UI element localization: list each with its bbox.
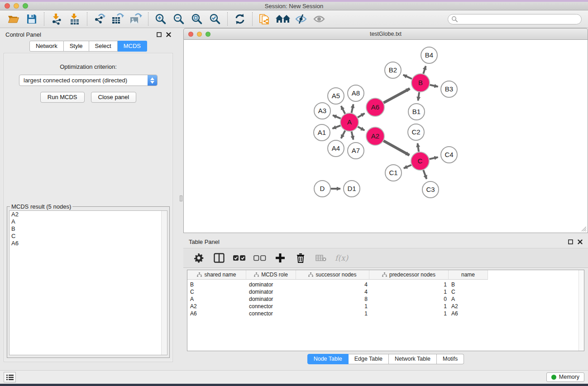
table-scrollbar[interactable] (578, 270, 584, 351)
table-cell[interactable]: dominator (246, 281, 296, 288)
list-item[interactable]: B (10, 225, 167, 233)
table-cell[interactable]: 0 (369, 295, 449, 303)
graph-node-A6[interactable]: A6 (366, 98, 384, 116)
close-panel-icon[interactable] (166, 32, 171, 37)
table-cell[interactable]: 8 (296, 295, 369, 303)
network-window-titlebar[interactable]: testGlobe.txt (183, 28, 588, 40)
graph-node-B2[interactable]: B2 (385, 62, 401, 78)
export-table-button[interactable] (109, 12, 127, 26)
table-cell[interactable]: A6 (187, 310, 246, 317)
graph-edge-A-A5[interactable] (341, 106, 345, 114)
float-panel-icon[interactable] (157, 32, 162, 37)
table-cell[interactable]: 1 (369, 281, 449, 288)
float-panel-icon[interactable] (568, 239, 573, 244)
table-cell[interactable]: connector (246, 303, 296, 310)
graph-edge-A2-C[interactable] (383, 141, 409, 155)
save-session-button[interactable] (23, 12, 41, 26)
graph-node-A1[interactable]: A1 (314, 124, 330, 141)
graph-edge-B-B2[interactable] (403, 75, 412, 79)
result-list-scrollbar[interactable] (161, 211, 167, 355)
search-input[interactable] (458, 15, 581, 24)
graph-node-C1[interactable]: C1 (385, 165, 402, 181)
graph-edge-A-A8[interactable] (351, 104, 353, 113)
column-header-name[interactable]: name (449, 270, 488, 280)
export-network-button[interactable] (91, 12, 109, 26)
tab-network[interactable]: Network (29, 41, 64, 52)
graph-node-C3[interactable]: C3 (422, 181, 439, 198)
graph-node-A3[interactable]: A3 (314, 103, 330, 119)
table-cell[interactable]: 1 (296, 310, 369, 317)
table-cell[interactable]: connector (246, 310, 296, 317)
export-image-button[interactable] (127, 12, 145, 26)
close-panel-icon[interactable] (578, 239, 583, 244)
import-table-button[interactable] (66, 12, 84, 26)
table-row[interactable]: A6connector11A6 (187, 310, 584, 317)
list-item[interactable]: A (10, 218, 167, 225)
graph-node-A8[interactable]: A8 (348, 85, 364, 101)
open-session-button[interactable] (5, 12, 23, 26)
table-row[interactable]: Cdominator41C (187, 288, 584, 295)
tab-network-table[interactable]: Network Table (389, 354, 437, 364)
tab-style[interactable]: Style (64, 41, 89, 52)
graph-node-A7[interactable]: A7 (348, 143, 364, 159)
table-cell[interactable]: B (187, 281, 246, 288)
table-cell[interactable]: dominator (246, 288, 296, 295)
home-panels-button[interactable] (274, 12, 292, 26)
import-network-button[interactable] (48, 12, 66, 26)
deselect-all-button[interactable] (253, 251, 266, 265)
table-cell[interactable]: 4 (296, 288, 369, 295)
memory-button[interactable]: Memory (546, 372, 584, 382)
panel-splitter-handle[interactable] (180, 195, 182, 201)
table-row[interactable]: A2connector11A2 (187, 303, 584, 310)
graph-edge-B-B4[interactable] (423, 66, 425, 74)
new-network-from-selection-button[interactable] (256, 12, 274, 26)
graph-node-D[interactable]: D (314, 181, 330, 197)
graph-node-B3[interactable]: B3 (441, 81, 457, 97)
column-header-predecessor-nodes[interactable]: predecessor nodes (369, 270, 449, 280)
graph-edge-A-A6[interactable] (358, 114, 364, 118)
tab-node-table[interactable]: Node Table (307, 354, 349, 364)
table-cell[interactable]: C (187, 288, 246, 295)
show-details-button[interactable] (310, 12, 328, 26)
graph-node-B1[interactable]: B1 (408, 104, 425, 120)
graph-edge-A-A3[interactable] (333, 115, 341, 119)
table-row[interactable]: Bdominator41B (187, 280, 584, 288)
table-cell[interactable]: A (187, 295, 246, 303)
graph-node-A2[interactable]: A2 (366, 127, 384, 145)
delete-column-button[interactable] (294, 251, 307, 265)
tab-select[interactable]: Select (89, 41, 118, 52)
tab-edge-table[interactable]: Edge Table (349, 354, 389, 364)
graph-node-B4[interactable]: B4 (421, 47, 437, 63)
run-mcds-button[interactable]: Run MCDS (40, 92, 85, 103)
zoom-in-button[interactable] (152, 12, 170, 26)
graph-node-C2[interactable]: C2 (408, 124, 424, 140)
refresh-button[interactable] (231, 12, 249, 26)
graph-node-A[interactable]: A (340, 113, 359, 131)
graph-node-A5[interactable]: A5 (328, 88, 344, 104)
list-item[interactable]: A2 (10, 211, 167, 218)
graph-edge-A-A4[interactable] (341, 131, 345, 138)
list-item[interactable]: A6 (10, 240, 167, 247)
table-cell[interactable]: 1 (369, 303, 449, 310)
column-header-shared-name[interactable]: shared name (187, 270, 246, 280)
table-cell[interactable]: B (449, 281, 488, 288)
column-header-successor-nodes[interactable]: successor nodes (296, 270, 369, 280)
function-builder-button[interactable]: f(x) (335, 251, 348, 265)
zoom-out-button[interactable] (170, 12, 188, 26)
tab-motifs[interactable]: Motifs (437, 354, 464, 364)
table-cell[interactable]: A2 (449, 303, 488, 310)
table-cell[interactable]: 1 (369, 310, 449, 317)
table-settings-button[interactable] (192, 251, 205, 265)
graph-edge-A-A7[interactable] (352, 131, 354, 139)
graph-edge-C-C1[interactable] (404, 165, 411, 168)
select-all-button[interactable] (233, 251, 246, 265)
delete-table-button[interactable] (315, 251, 327, 265)
graph-edge-A-A1[interactable] (332, 125, 340, 129)
graph-node-C[interactable]: C (411, 152, 429, 170)
column-header-MCDS-role[interactable]: MCDS role (246, 270, 296, 280)
mcds-result-list[interactable]: A2ABCA6 (9, 210, 167, 355)
criterion-select[interactable]: largest connected component (directed) (19, 75, 158, 86)
resize-grip-icon[interactable] (581, 226, 587, 232)
graph-edge-B-B1[interactable] (418, 92, 419, 100)
hide-details-button[interactable] (292, 12, 310, 26)
